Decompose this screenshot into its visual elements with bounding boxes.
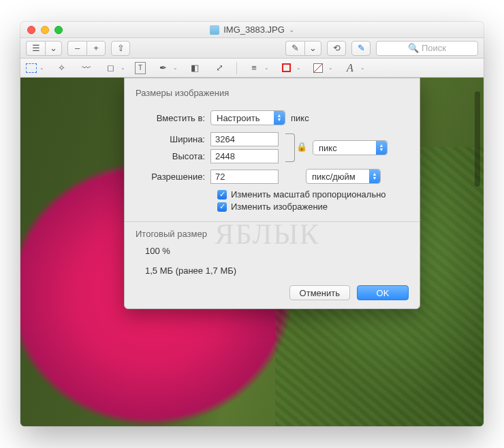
file-type-icon xyxy=(210,25,219,35)
resample-label: Изменить изображение xyxy=(231,202,328,212)
chevron-down-icon[interactable]: ⌄ xyxy=(40,65,44,71)
width-input[interactable]: 3264 xyxy=(210,132,279,146)
select-arrows-icon: ▲▼ xyxy=(376,141,387,155)
chevron-down-icon[interactable]: ⌄ xyxy=(264,65,269,71)
main-toolbar: ☰ ⌄ – + ⇧ ✎ ⌄ ⟲ ✎ 🔍 Поиск xyxy=(20,38,484,59)
scrollbar-thumb[interactable] xyxy=(475,91,480,187)
instant-alpha-tool[interactable]: ✧ xyxy=(54,62,69,74)
search-field[interactable]: 🔍 Поиск xyxy=(376,41,478,56)
app-window: IMG_3883.JPG ⌄ ☰ ⌄ – + ⇧ ✎ ⌄ ⟲ ✎ 🔍 Поиск… xyxy=(20,22,484,426)
chevron-down-icon[interactable]: ⌄ xyxy=(328,65,333,71)
zoom-in-button[interactable]: + xyxy=(86,41,106,56)
result-size: 1,5 МБ (ранее 1,7 МБ) xyxy=(145,266,409,276)
resample-checkbox[interactable]: ✓ xyxy=(217,202,227,212)
vertical-scrollbar[interactable] xyxy=(473,78,482,426)
scale-proportionally-label: Изменить масштаб пропорционально xyxy=(231,189,386,199)
res-unit-select[interactable]: пикс/дюйм ▲▼ xyxy=(306,169,381,184)
zoom-out-button[interactable]: – xyxy=(67,41,86,56)
res-unit-value: пикс/дюйм xyxy=(312,172,356,182)
select-arrows-icon: ▲▼ xyxy=(274,111,285,125)
ok-button[interactable]: OK xyxy=(357,285,409,300)
text-tool[interactable]: T xyxy=(135,62,146,74)
resolution-label: Разрешение: xyxy=(136,172,210,182)
adjust-size-tool[interactable]: ⤢ xyxy=(212,62,227,74)
markup-toolbar: ⌄ ✧ 〰 ◻⌄ T ✒⌄ ◧ ⤢ ≡⌄ ⌄ ⌄ A⌄ xyxy=(20,59,484,78)
no-fill-icon xyxy=(313,63,323,73)
adjust-color-tool[interactable]: ◧ xyxy=(187,62,202,74)
aspect-bracket xyxy=(285,133,295,162)
fit-select[interactable]: Настроить ▲▼ xyxy=(210,110,285,125)
line-weight-tool[interactable]: ≡ xyxy=(247,62,262,74)
resolution-input[interactable]: 72 xyxy=(210,170,279,184)
fit-label: Вместить в: xyxy=(136,113,210,123)
search-placeholder: Поиск xyxy=(422,43,446,53)
search-icon: 🔍 xyxy=(408,43,419,53)
lock-icon[interactable]: 🔒 xyxy=(296,142,307,152)
highlight-button[interactable]: ✎ xyxy=(285,41,304,56)
sign-tool[interactable]: ✒ xyxy=(155,62,170,74)
dialog-title: Размеры изображения xyxy=(136,88,409,98)
fit-value: Настроить xyxy=(217,113,260,123)
text-style-tool[interactable]: A xyxy=(343,62,358,74)
result-percent: 100 % xyxy=(145,246,409,256)
sidebar-menu-button[interactable]: ⌄ xyxy=(45,41,62,56)
lasso-tool[interactable]: 〰 xyxy=(78,62,93,74)
resize-dialog: Размеры изображения Вместить в: Настроит… xyxy=(124,78,420,309)
wh-unit-value: пикс xyxy=(319,143,337,153)
sidebar-toggle-group: ☰ ⌄ xyxy=(26,41,62,56)
chevron-down-icon[interactable]: ⌄ xyxy=(289,26,294,33)
fit-unit: пикс xyxy=(291,113,309,123)
edit-toggle-button[interactable]: ✎ xyxy=(351,41,371,56)
fill-color-tool[interactable] xyxy=(311,62,326,74)
red-square-icon xyxy=(282,63,291,72)
image-canvas: Размеры изображения Вместить в: Настроит… xyxy=(20,78,484,426)
share-button[interactable]: ⇧ xyxy=(111,41,130,56)
chevron-down-icon[interactable]: ⌄ xyxy=(121,65,125,71)
border-color-tool[interactable] xyxy=(279,62,294,74)
window-title: IMG_3883.JPG ⌄ xyxy=(20,25,484,35)
result-title: Итоговый размер xyxy=(136,229,409,239)
zoom-group: – + xyxy=(67,41,106,56)
markup-group: ✎ ⌄ xyxy=(285,41,321,56)
titlebar: IMG_3883.JPG ⌄ xyxy=(20,22,484,38)
rotate-button[interactable]: ⟲ xyxy=(327,41,346,56)
shapes-tool[interactable]: ◻ xyxy=(103,62,118,74)
filename-label: IMG_3883.JPG xyxy=(223,25,285,35)
height-label: Высота: xyxy=(136,151,210,161)
chevron-down-icon[interactable]: ⌄ xyxy=(173,65,178,71)
selection-tool[interactable] xyxy=(26,63,37,73)
width-label: Ширина: xyxy=(136,134,210,144)
cancel-button[interactable]: Отменить xyxy=(289,285,350,300)
select-arrows-icon: ▲▼ xyxy=(369,170,380,183)
chevron-down-icon[interactable]: ⌄ xyxy=(360,65,365,71)
highlight-menu-button[interactable]: ⌄ xyxy=(304,41,321,56)
wh-unit-select[interactable]: пикс ▲▼ xyxy=(313,140,388,155)
sidebar-button[interactable]: ☰ xyxy=(26,41,45,56)
height-input[interactable]: 2448 xyxy=(210,149,279,163)
chevron-down-icon[interactable]: ⌄ xyxy=(296,65,301,71)
scale-proportionally-checkbox[interactable]: ✓ xyxy=(217,190,227,199)
